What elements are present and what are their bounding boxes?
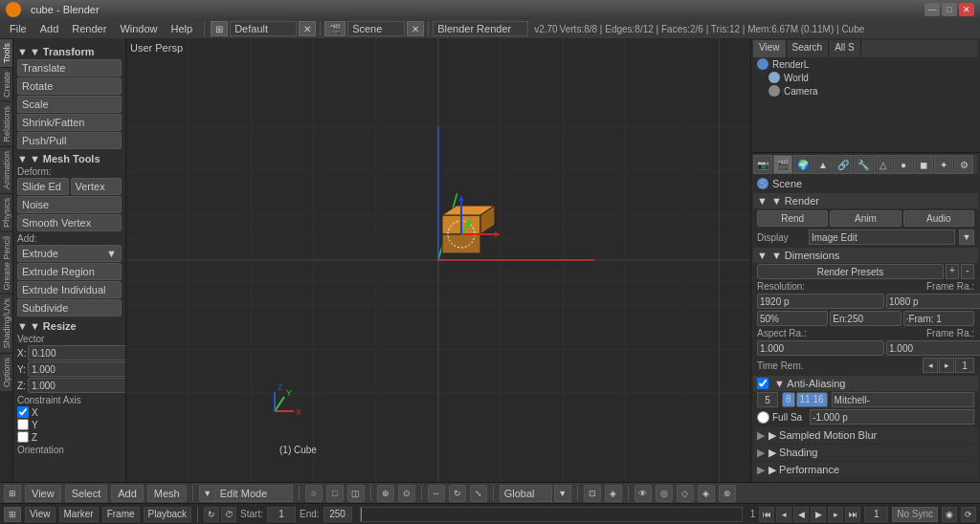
timeline-spin-icon[interactable]: ↻ [204,507,219,522]
layout-icon[interactable]: ⊞ [211,21,228,36]
extra-icon[interactable]: ⊛ [719,485,736,502]
extrude-region-button[interactable]: Extrude Region [17,263,122,280]
frame-back-button[interactable]: ◂ [923,358,938,373]
tab-options[interactable]: Options [0,353,12,391]
aa-filter-input[interactable] [832,392,974,407]
select-menu-button[interactable]: Select [65,485,108,502]
extrude-individual-button[interactable]: Extrude Individual [17,281,122,298]
loop-icon[interactable]: ⟳ [961,507,976,522]
outliner-item-world[interactable]: World [753,71,978,84]
constraint-y-checkbox[interactable] [17,419,29,430]
res-x-input[interactable] [757,294,884,309]
push-pull-button[interactable]: Push/Pull [17,132,122,149]
add-menu-button[interactable]: Add [111,485,144,502]
timeline-clock-icon[interactable]: ⏱ [221,507,236,522]
aspect-x-input[interactable] [757,340,884,356]
tab-create[interactable]: Create [0,67,12,101]
shading-wire-icon[interactable]: □ [326,485,344,502]
aa-11-button[interactable]: 11 16 [796,392,828,407]
close-button[interactable]: ✕ [959,3,974,16]
transform-icon[interactable]: ↔ [428,485,445,502]
jump-end-button[interactable]: ⏭ [845,507,860,522]
maximize-button[interactable]: □ [942,3,957,16]
mesh-menu-button[interactable]: Mesh [147,485,187,502]
play-button[interactable]: ▶ [811,507,826,522]
timeline-view-button[interactable]: View [25,507,56,522]
menu-file[interactable]: File [4,21,33,36]
aa-enable-checkbox[interactable] [757,378,768,389]
mesh-display-icon[interactable]: ◇ [677,485,694,502]
vertex-button[interactable]: Vertex [71,178,122,195]
prop-tab-object[interactable]: ▲ [813,155,833,174]
prop-tab-material[interactable]: ● [894,155,913,174]
layer-icon[interactable]: ◈ [605,485,622,502]
prop-tab-texture[interactable]: ◼ [914,155,933,174]
no-sync-button[interactable]: No Sync [892,507,938,522]
outliner-tab-view[interactable]: View [753,40,787,57]
res-pct-input[interactable] [757,311,828,326]
scale-button[interactable]: Scale [17,96,122,113]
scene-input[interactable] [347,21,405,36]
aa-samples-input[interactable] [757,392,778,407]
prop-tab-data[interactable]: △ [874,155,893,174]
frame-forward-button[interactable]: ▸ [939,358,954,373]
end-frame-input[interactable] [323,507,352,522]
translate-button[interactable]: Translate [17,59,122,76]
current-frame-input[interactable] [864,507,888,522]
render-section-header[interactable]: ▼ ▼ Render [753,193,978,208]
play-reverse-button[interactable]: ◀ [793,507,809,522]
next-frame-button[interactable]: ▸ [828,507,843,522]
shading-solid-icon[interactable]: ○ [305,485,323,502]
overlay-icon[interactable]: ◎ [656,485,673,502]
anim-button[interactable]: Anim [830,210,901,227]
constraint-z-checkbox[interactable] [17,431,29,443]
timeline-playback-button[interactable]: Playback [144,507,192,522]
keying-icon[interactable]: ◉ [942,507,957,522]
rotate-icon[interactable]: ↻ [449,485,466,502]
prop-tab-render[interactable]: 📷 [753,155,772,174]
shading-tex-icon[interactable]: ◫ [347,485,365,502]
menu-help[interactable]: Help [166,21,199,36]
view-menu-button[interactable]: View [25,485,61,502]
prop-tab-physics[interactable]: ⚙ [954,155,973,174]
mode-input[interactable] [216,485,293,502]
tab-relations[interactable]: Relations [0,101,12,146]
viewport-3d[interactable]: X Y Z User Persp (1) Cube [126,38,750,482]
layout-select[interactable] [230,21,297,36]
smooth-vertex-button[interactable]: Smooth Vertex [17,214,122,231]
pivot-icon[interactable]: ⊡ [584,485,601,502]
global-dropdown-icon[interactable]: ▼ [554,485,571,502]
prop-tab-scene[interactable]: 🎬 [773,155,792,174]
subdivide-button[interactable]: Subdivide [17,299,122,317]
menu-window[interactable]: Window [114,21,163,36]
outliner-tab-search[interactable]: Search [787,40,830,57]
render-presets-button[interactable]: Render Presets [757,264,944,279]
performance-section[interactable]: ▶ ▶ Performance [753,462,978,478]
outliner-item-render[interactable]: RenderL [753,57,978,71]
dimensions-section-header[interactable]: ▼ ▼ Dimensions [753,248,978,263]
shrink-fatten-button[interactable]: Shrink/Fatten [17,114,122,131]
presets-remove-button[interactable]: - [961,264,974,279]
proportional-icon[interactable]: ⊙ [398,485,415,502]
constraint-x-checkbox[interactable] [17,406,29,418]
mode-icon[interactable]: ▼ [199,485,216,502]
post-processing-section[interactable]: ▶ ▶ Post Processing [753,479,978,482]
start-frame-input[interactable] [267,507,296,522]
snap-icon[interactable]: ⊕ [377,485,394,502]
menu-add[interactable]: Add [34,21,65,36]
rotate-button[interactable]: Rotate [17,77,122,95]
render-button[interactable]: Rend [757,210,828,227]
prop-tab-constraints[interactable]: 🔗 [834,155,853,174]
prop-tab-particles[interactable]: ✦ [934,155,953,174]
show-hide-icon[interactable]: 👁 [635,485,652,502]
noise-button[interactable]: Noise [17,196,122,213]
end-frame-input[interactable] [830,311,901,326]
z-input[interactable] [28,378,126,393]
tab-animation[interactable]: Animation [0,146,12,193]
aa-section-header[interactable]: ▼ Anti-Aliasing [753,376,978,391]
jump-start-button[interactable]: ⏮ [759,507,774,522]
prev-frame-button[interactable]: ◂ [776,507,791,522]
x-input[interactable] [28,345,126,360]
frame-input[interactable] [903,311,974,326]
timeline-icon[interactable]: ⊞ [4,507,21,522]
